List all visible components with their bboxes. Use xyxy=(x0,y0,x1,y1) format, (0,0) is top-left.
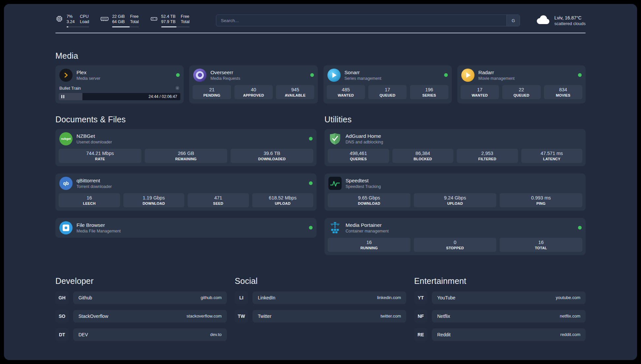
link-abbr: SO xyxy=(55,310,69,323)
section-title-developer: Developer xyxy=(55,276,227,286)
app-card-portainer[interactable]: Media Portainer Container management 16 … xyxy=(324,218,586,255)
stat-value: 498,461 xyxy=(329,151,388,156)
link-reddit[interactable]: RE Reddit reddit.com xyxy=(414,328,586,341)
link-abbr: TW xyxy=(235,310,248,323)
app-card-qbittorrent[interactable]: qb qBittorrent Torrent downloader 16 LEE… xyxy=(55,173,317,211)
filebrowser-icon xyxy=(59,221,73,234)
link-linkedin[interactable]: LI LinkedIn linkedin.com xyxy=(235,291,406,304)
link-github[interactable]: GH Github github.com xyxy=(55,291,227,304)
stat-label: UPLOAD xyxy=(415,201,495,205)
stat-seed: 471 SEED xyxy=(188,193,249,207)
app-card-sonarr[interactable]: Sonarr Series management 485 WANTED 17 Q… xyxy=(323,65,452,104)
link-abbr: RE xyxy=(414,328,427,341)
app-title: Media Portainer xyxy=(346,222,389,228)
status-dot xyxy=(578,73,582,77)
cloud-icon xyxy=(535,15,550,26)
pause-button[interactable] xyxy=(61,95,64,98)
stat-label: QUEUED xyxy=(504,93,539,97)
status-dot xyxy=(309,181,313,185)
cpu-label-top: CPU xyxy=(80,14,89,19)
stat-ping: 0.993 ms PING xyxy=(500,193,582,207)
stat-upload: 9.24 Gbps UPLOAD xyxy=(414,193,497,207)
stat-wanted: 485 WANTED xyxy=(327,85,365,99)
app-card-filebrowser[interactable]: File Browser Media File Management xyxy=(55,218,317,238)
section-entertainment: Entertainment YT YouTube youtube.com NF … xyxy=(414,276,586,347)
playback-progress-bar: 24:44 / 02:06:47 xyxy=(59,93,180,100)
app-card-overseerr[interactable]: Overseerr Media Requests 21 PENDING 40 A… xyxy=(189,65,318,104)
now-playing-title: Bullet Train xyxy=(59,86,81,91)
weather-widget: Lviv, 16.87°C scattered clouds xyxy=(535,15,586,26)
stat-label: UPLOAD xyxy=(254,201,312,205)
disk-widget: 52.4 TB 97.9 TB Free Total xyxy=(150,14,190,27)
stat-queued: 22 QUEUED xyxy=(502,85,540,99)
section-documents: Documents & Files nzbget NZBGet Usenet d… xyxy=(55,115,317,255)
status-dot xyxy=(309,137,313,140)
stat-available: 945 AVAILABLE xyxy=(276,85,314,99)
ram-progress-bar xyxy=(112,26,139,27)
stat-value: 266 GB xyxy=(146,151,226,156)
search-input[interactable] xyxy=(216,18,507,23)
weather-location: Lviv, 16.87°C xyxy=(554,15,586,20)
plex-now-playing: Bullet Train 24:44 / 02:06:4 xyxy=(55,85,184,104)
stat-wanted: 17 WANTED xyxy=(461,85,499,99)
ram-value-bottom: 64 GiB xyxy=(112,19,125,24)
playback-time: 24:44 / 02:06:47 xyxy=(149,94,177,99)
stat-label: APPROVED xyxy=(236,93,271,97)
section-social: Social LI LinkedIn linkedin.com TW Twitt… xyxy=(235,276,406,347)
stat-leech: 16 LEECH xyxy=(59,193,120,207)
stat-value: 17 xyxy=(462,87,498,92)
section-title-entertainment: Entertainment xyxy=(414,276,586,286)
app-subtitle: Media File Management xyxy=(76,229,121,233)
app-card-radarr[interactable]: Radarr Movie management 17 WANTED 22 QUE… xyxy=(457,65,586,104)
link-name: Twitter xyxy=(258,314,271,319)
stat-series: 196 SERIES xyxy=(410,85,448,99)
overseerr-icon xyxy=(193,69,206,82)
ram-widget: 22 GiB 64 GiB Free Total xyxy=(100,14,139,27)
status-dot xyxy=(309,226,313,229)
app-card-plex[interactable]: Plex Media server Bullet Train xyxy=(55,65,184,104)
link-name: YouTube xyxy=(437,295,455,300)
app-title: File Browser xyxy=(76,222,121,228)
link-name: StackOverflow xyxy=(78,314,108,319)
stat-value: 17 xyxy=(370,87,405,92)
stat-value: 744.21 Mbps xyxy=(60,151,140,156)
link-domain: reddit.com xyxy=(560,332,580,337)
stat-value: 39.6 TB xyxy=(232,151,312,156)
stat-label: AVAILABLE xyxy=(277,93,313,97)
cpu-icon xyxy=(55,15,63,23)
stat-value: 9.65 Gbps xyxy=(329,195,409,200)
stat-pending: 21 PENDING xyxy=(193,85,231,99)
link-domain: stackoverflow.com xyxy=(187,314,222,318)
app-subtitle: Container management xyxy=(346,229,389,233)
stat-value: 86,384 xyxy=(394,151,452,156)
stat-remaining: 266 GB REMAINING xyxy=(145,149,228,163)
link-stackoverflow[interactable]: SO StackOverflow stackoverflow.com xyxy=(55,310,227,323)
stat-label: FILTERED xyxy=(458,157,517,161)
stat-approved: 40 APPROVED xyxy=(234,85,273,99)
section-utilities: Utilities xyxy=(324,115,586,255)
app-card-nzbget[interactable]: nzbget NZBGet Usenet downloader 744.21 M… xyxy=(55,129,317,166)
link-domain: github.com xyxy=(200,295,222,300)
link-twitter[interactable]: TW Twitter twitter.com xyxy=(235,310,406,323)
search-provider-button[interactable]: G xyxy=(506,15,520,26)
stat-label: LATENCY xyxy=(523,157,581,161)
link-youtube[interactable]: YT YouTube youtube.com xyxy=(414,291,586,304)
stat-value: 16 xyxy=(501,240,581,245)
gear-icon[interactable] xyxy=(175,86,180,90)
section-title-media: Media xyxy=(55,51,586,61)
stat-value: 485 xyxy=(328,87,364,92)
stat-label: RATE xyxy=(60,157,140,161)
app-subtitle: DNS and adblocking xyxy=(346,140,383,144)
app-card-speedtest[interactable]: Speedtest Speedtest Tracking 9.65 Gbps D… xyxy=(324,173,586,211)
stat-label: BLOCKED xyxy=(394,157,452,161)
weather-condition: scattered clouds xyxy=(554,21,586,26)
link-abbr: LI xyxy=(235,291,248,304)
link-dev[interactable]: DT DEV dev.to xyxy=(55,328,227,341)
app-subtitle: Media server xyxy=(76,76,100,81)
link-netflix[interactable]: NF Netflix netflix.com xyxy=(414,310,586,323)
stat-label: PING xyxy=(501,201,581,205)
speedtest-icon xyxy=(328,177,342,190)
stat-stopped: 0 STOPPED xyxy=(414,238,497,252)
app-card-adguard[interactable]: AdGuard Home DNS and adblocking 498,461 … xyxy=(324,129,586,166)
stat-label: PENDING xyxy=(194,93,229,97)
